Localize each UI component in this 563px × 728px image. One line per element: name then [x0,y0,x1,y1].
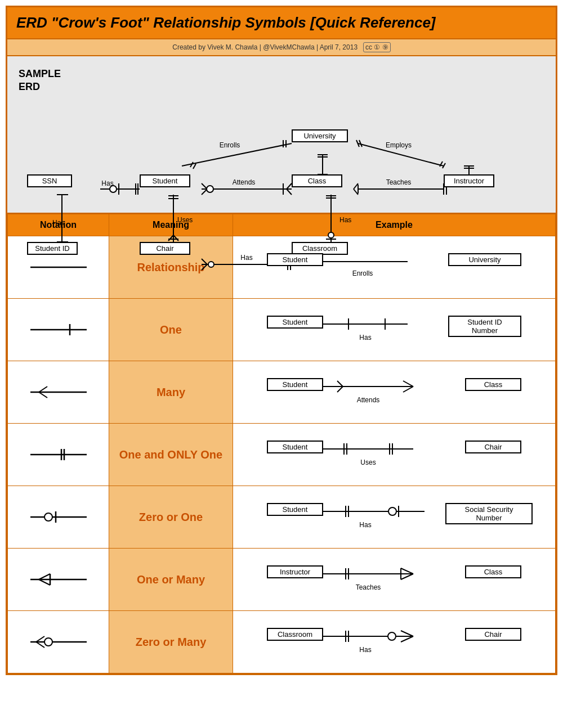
svg-point-94 [44,513,52,521]
svg-point-99 [388,507,396,515]
notation-cell-zero-many [8,611,109,673]
example-cell-zero-many: Classroom Chair Has [233,611,556,673]
svg-point-22 [207,186,213,192]
example-cell-zero-one: Student Social Security Number Has [233,486,556,549]
mini-svg-one-many: Teaches [250,557,538,602]
svg-text:Has: Has [52,219,64,227]
svg-line-63 [354,183,358,189]
svg-text:Enrolls: Enrolls [352,269,373,277]
table-row: Many Student Class [8,361,556,424]
svg-text:Has: Has [359,334,371,341]
svg-line-121 [401,631,413,636]
meaning-cell-zero-one: Zero or One [109,486,233,549]
erd-diagram-svg: Has Has Uses Attends [7,56,556,213]
svg-point-47 [208,262,214,267]
svg-text:Teaches: Teaches [356,583,381,591]
reference-table: Notation Meaning Example Relationship St [7,214,556,673]
notation-svg-many [25,381,92,403]
mini-erd-relationship: Student University Enrolls [250,245,538,290]
svg-text:Uses: Uses [360,459,376,466]
meaning-cell-one-only: One and ONLY One [109,424,233,486]
entity-university: University [292,129,348,142]
svg-text:Employs: Employs [386,141,412,149]
example-cell-one: Student Student ID Number Has [233,299,556,361]
svg-text:Uses: Uses [177,216,193,224]
svg-line-80 [337,387,343,392]
svg-point-41 [328,232,334,238]
svg-line-81 [403,381,413,387]
mini-erd-one: Student Student ID Number Has [250,307,538,352]
notation-svg-zero-one [25,506,92,528]
subtitle-bar: Created by Vivek M. Chawla | @VivekMChaw… [7,39,556,56]
entity-class: Class [292,174,342,187]
svg-point-2 [110,186,117,192]
mini-svg-many: Attends [250,370,538,415]
mini-svg-one: Has [250,307,538,352]
notation-cell-one-only [8,424,109,486]
mini-svg-relationship: Enrolls [250,245,538,290]
notation-svg-one-many [25,568,92,591]
svg-line-105 [39,579,50,585]
mini-svg-zero-many: Has [250,619,538,664]
subtitle-text: Created by Vivek M. Chawla | @VivekMChaw… [172,43,358,51]
svg-text:Teaches: Teaches [386,178,412,186]
notation-svg-one [25,318,92,341]
mini-erd-zero-many: Classroom Chair Has [250,619,538,664]
svg-line-116 [36,642,44,648]
notation-cell-many [8,361,109,424]
sample-erd-section: SAMPLEERD Has Has Uses [7,56,556,214]
mini-erd-one-only: Student Chair Uses [250,432,538,477]
table-row: Zero or Many Classroom Chair [8,611,556,673]
svg-text:Has: Has [339,216,351,224]
mini-erd-many: Student Class Attends [250,370,538,415]
svg-line-24 [287,189,292,195]
notation-svg-one-only [25,443,92,466]
header-example: Example [233,214,556,236]
table-row: One and ONLY One Student Chair Uses [8,424,556,486]
meaning-cell-many: Many [109,361,233,424]
meaning-cell-zero-many: Zero or Many [109,611,233,673]
entity-student-id: Student ID [27,242,78,255]
svg-line-122 [401,636,413,642]
meaning-cell-one: One [109,299,233,361]
entity-instructor: Instructor [444,174,494,187]
svg-line-79 [337,381,343,387]
mini-erd-one-many: Instructor Class Teaches [250,557,538,602]
mini-svg-zero-one: Has [250,495,538,540]
mini-erd-zero-one: Student Social Security Number Has [250,495,538,540]
example-cell-many: Student Class Attends [233,361,556,424]
example-cell-relationship: Student University Enrolls [233,236,556,299]
svg-point-120 [388,632,396,640]
table-row: One or Many Instructor Class [8,549,556,611]
example-cell-one-only: Student Chair Uses [233,424,556,486]
notation-svg-relationship [25,259,92,276]
svg-line-23 [287,183,292,189]
mini-svg-one-only: Uses [250,432,538,477]
example-cell-one-many: Instructor Class Teaches [233,549,556,611]
svg-line-104 [39,574,50,579]
svg-line-82 [403,387,413,392]
table-row: One Student Student ID Number Has [8,299,556,361]
svg-line-64 [354,189,358,195]
svg-text:Attends: Attends [233,178,256,186]
svg-point-114 [44,638,52,646]
title-bar: ERD "Crow's Foot" Relationship Symbols [… [7,7,556,39]
table-row: Zero or One Student Social Security Numb… [8,486,556,549]
entity-student: Student [140,174,190,187]
svg-line-115 [36,636,44,642]
meaning-cell-one-many: One or Many [109,549,233,611]
notation-cell-one [8,299,109,361]
notation-cell-one-many [8,549,109,611]
notation-svg-zero-many [25,631,92,653]
svg-text:Has: Has [359,521,371,529]
main-container: ERD "Crow's Foot" Relationship Symbols [… [6,6,557,675]
svg-text:Enrolls: Enrolls [220,141,240,149]
header-meaning: Meaning [109,214,233,236]
table-row: Relationship Student University Enrolls [8,236,556,299]
svg-line-76 [39,387,47,392]
svg-line-110 [401,574,413,579]
entity-chair: Chair [140,242,190,255]
svg-line-109 [401,568,413,574]
svg-line-77 [39,392,47,398]
svg-line-31 [193,164,196,169]
